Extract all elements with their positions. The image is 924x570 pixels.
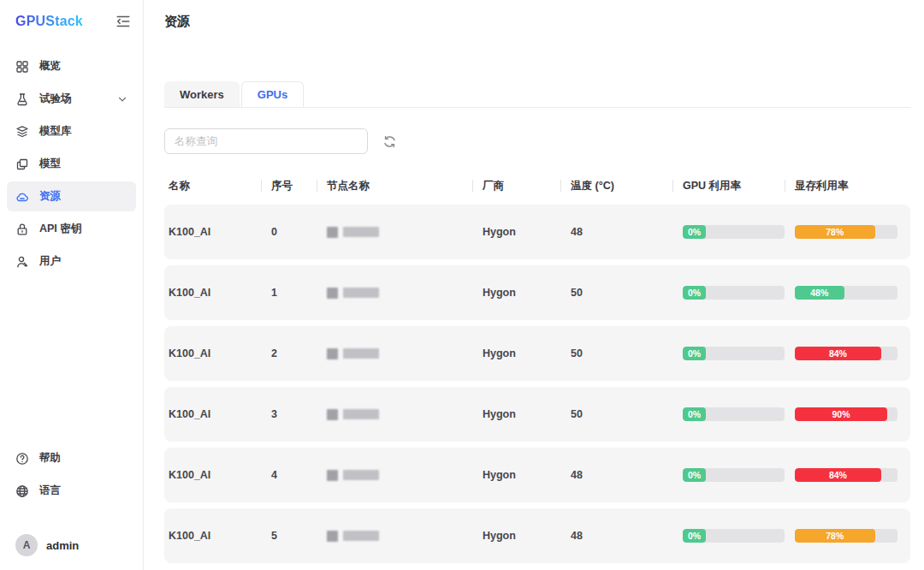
vendor: Hygon (472, 347, 560, 359)
temperature: 48 (560, 226, 672, 238)
vram-util-bar: 78% (795, 529, 897, 543)
gpu-index: 3 (261, 408, 317, 420)
gpu-index: 1 (261, 287, 317, 299)
gpustack-app: GPUStack 概览 (0, 0, 924, 570)
menu-fold-icon[interactable] (116, 14, 131, 29)
gpu-name: K100_AI (164, 530, 261, 542)
vram-util-cell: 90% (785, 407, 910, 421)
sidebar-menu: 概览 试验场 模型库 (0, 51, 143, 276)
gpu-util-bar: 0% (683, 286, 785, 300)
vram-util-value: 84% (795, 347, 881, 360)
gpu-util-value: 0% (683, 468, 706, 482)
table-row[interactable]: K100_AI 2 Hygon 50 0% 84% (164, 326, 910, 381)
table-row[interactable]: K100_AI 3 Hygon 50 0% 90% (164, 387, 910, 442)
node-name-redacted (317, 409, 472, 420)
gpu-index: 4 (261, 469, 317, 481)
temperature: 50 (560, 287, 672, 299)
vram-util-cell: 84% (785, 468, 910, 482)
temperature: 48 (560, 469, 672, 481)
gpu-util-cell: 0% (672, 225, 785, 239)
gpu-index: 2 (261, 347, 317, 359)
toolbar (164, 128, 910, 154)
vram-util-value: 78% (795, 529, 875, 543)
sidebar-item-users[interactable]: 用户 (7, 246, 136, 276)
search-input[interactable] (164, 128, 368, 154)
table-row[interactable]: K100_AI 5 Hygon 48 0% 78% (164, 508, 910, 563)
sidebar-item-label: API 密钥 (39, 222, 81, 236)
page-title: 资源 (164, 14, 910, 30)
overview-grid-icon (15, 60, 29, 74)
node-name-redacted (317, 348, 472, 359)
gpu-name: K100_AI (164, 408, 261, 420)
tab-gpus[interactable]: GPUs (241, 81, 304, 107)
table-row[interactable]: K100_AI 4 Hygon 48 0% 84% (164, 448, 910, 502)
redacted-blur-blocks (327, 288, 379, 299)
vram-util-bar: 84% (795, 347, 897, 360)
language-globe-icon (15, 484, 29, 498)
avatar: A (15, 534, 38, 556)
sidebar: GPUStack 概览 (0, 0, 144, 570)
redacted-blur-blocks (327, 531, 379, 542)
sidebar-header: GPUStack (0, 0, 143, 29)
sidebar-item-language[interactable]: 语言 (7, 476, 136, 506)
sidebar-item-playground[interactable]: 试验场 (7, 84, 136, 114)
table-header: 名称 序号 节点名称 厂商 温度 (°C) GPU 利用率 显存利用率 (164, 178, 910, 193)
gpu-index: 0 (261, 226, 317, 238)
sidebar-item-api-keys[interactable]: API 密钥 (7, 214, 136, 244)
chevron-down-icon (117, 94, 127, 104)
gpu-util-value: 0% (683, 407, 706, 421)
sidebar-item-model-catalog[interactable]: 模型库 (7, 116, 136, 146)
vram-util-cell: 84% (785, 347, 910, 360)
gpu-util-cell: 0% (672, 347, 785, 360)
table-row[interactable]: K100_AI 0 Hygon 48 0% 78% (164, 205, 910, 259)
sidebar-item-resources[interactable]: 资源 (7, 181, 136, 211)
vendor: Hygon (472, 226, 560, 238)
gpu-util-value: 0% (683, 529, 706, 543)
gpu-name: K100_AI (164, 347, 261, 359)
tab-bar: Workers GPUs (164, 81, 910, 108)
users-person-icon (15, 255, 29, 269)
resources-cloud-icon (15, 190, 29, 204)
gpu-util-value: 0% (683, 286, 706, 300)
sidebar-item-help[interactable]: 帮助 (7, 443, 136, 473)
sidebar-item-label: 帮助 (39, 451, 61, 466)
column-header-name: 名称 (164, 178, 261, 193)
sidebar-item-label: 用户 (39, 254, 61, 269)
column-header-index: 序号 (261, 178, 317, 193)
sidebar-item-models[interactable]: 模型 (7, 149, 136, 179)
tab-workers[interactable]: Workers (164, 81, 240, 107)
refresh-button[interactable] (382, 134, 398, 149)
sidebar-item-label: 语言 (39, 484, 61, 498)
node-name-redacted (317, 288, 472, 299)
sidebar-item-overview[interactable]: 概览 (7, 51, 136, 81)
vram-util-bar: 84% (795, 468, 897, 482)
sidebar-item-label: 模型库 (39, 124, 72, 139)
vram-util-value: 84% (795, 468, 881, 482)
gpu-util-bar: 0% (683, 347, 785, 360)
user-menu[interactable]: A admin (7, 527, 136, 560)
sidebar-item-label: 概览 (39, 59, 61, 74)
gpu-util-value: 0% (683, 225, 706, 239)
table-row[interactable]: K100_AI 1 Hygon 50 0% 48% (164, 265, 910, 320)
gpu-util-bar: 0% (683, 529, 785, 543)
column-header-vendor: 厂商 (472, 178, 560, 193)
sidebar-item-label: 模型 (39, 157, 61, 171)
vram-util-cell: 48% (785, 286, 910, 300)
vram-util-value: 90% (795, 407, 887, 421)
help-icon (15, 452, 29, 466)
vram-util-bar: 78% (795, 225, 897, 239)
node-name-redacted (317, 227, 472, 238)
vram-util-bar: 90% (795, 407, 897, 421)
vram-util-cell: 78% (785, 529, 910, 543)
gpu-util-bar: 0% (683, 225, 785, 239)
vendor: Hygon (472, 408, 560, 420)
gpu-util-bar: 0% (683, 407, 785, 421)
gpu-name: K100_AI (164, 287, 261, 299)
gpu-util-bar: 0% (683, 468, 785, 482)
redacted-blur-blocks (327, 470, 379, 481)
sidebar-footer: 帮助 语言 A admin (0, 443, 143, 570)
redacted-blur-blocks (327, 348, 379, 359)
playground-flask-icon (15, 92, 29, 106)
node-name-redacted (317, 470, 472, 481)
sidebar-item-label: 试验场 (39, 92, 72, 106)
